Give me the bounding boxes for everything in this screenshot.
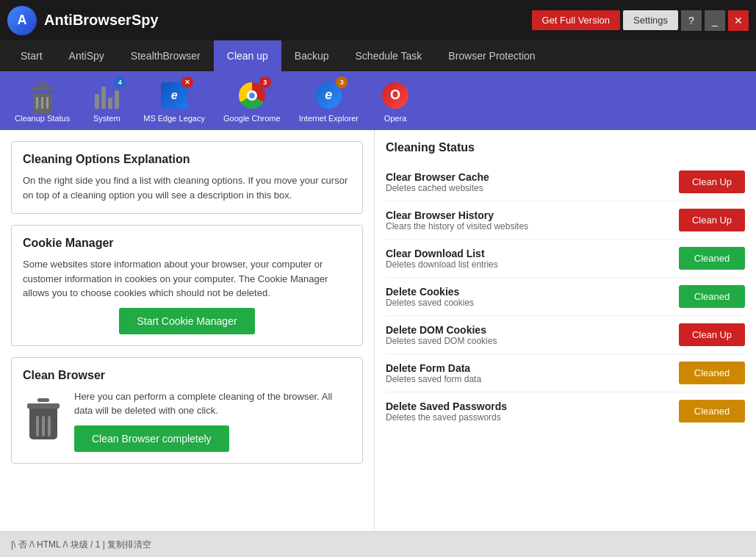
chrome-label: Google Chrome [223,114,281,123]
chart-bar [95,94,99,109]
big-trash-lid [27,403,60,409]
ie-badge: 3 [336,76,348,88]
toolbar-ie[interactable]: e 3 Internet Explorer [292,76,366,126]
chrome-badge: 3 [259,76,271,88]
trash-icon [29,82,56,109]
downloads-info: Clear Download List Deletes download lis… [386,248,498,270]
passwords-title: Delete Saved Passwords [386,400,507,412]
chrome-center [247,90,257,101]
edge-icon-wrap: e ✕ [158,79,190,112]
big-trash-body [29,409,57,439]
dom-cookies-info: Delete DOM Cookies Deletes saved DOM coo… [386,324,497,346]
big-trash-line [36,416,39,436]
nav-antispy[interactable]: AntiSpy [56,40,118,71]
big-trash-line [42,416,45,436]
clean-browser-info: Here you can perform a complete cleaning… [74,389,351,452]
dom-cookies-cleanup-button[interactable]: Clean Up [679,323,745,346]
chart-bar [108,98,112,109]
cleanup-status-icon-wrap [26,79,59,112]
nav-protection[interactable]: Browser Protection [435,40,548,71]
nav-start[interactable]: Start [7,40,56,71]
cleanup-status-label: Cleanup Status [15,114,70,123]
toolbar-google-chrome[interactable]: 3 Google Chrome [216,76,288,126]
explanation-title: Cleaning Options Explanation [23,153,351,166]
cleaning-row-dom-cookies: Delete DOM Cookies Deletes saved DOM coo… [386,316,745,354]
cookies-title: Delete Cookies [386,286,474,298]
system-icon-wrap: 4 [90,79,123,112]
chart-bar [101,87,106,109]
cleaning-row-passwords: Delete Saved Passwords Deletes the saved… [386,392,745,430]
cleaning-status-title: Cleaning Status [386,141,745,154]
form-data-cleaned-button[interactable]: Cleaned [679,362,745,384]
cache-cleanup-button[interactable]: Clean Up [679,170,745,193]
passwords-desc: Deletes the saved passwords [386,412,507,423]
explanation-box: Cleaning Options Explanation On the righ… [11,141,363,214]
cookies-cleaned-button[interactable]: Cleaned [679,285,745,308]
toolbar-ms-edge[interactable]: e ✕ MS Edge Legacy [136,76,212,126]
nav-schedule[interactable]: Schedule Task [342,40,436,71]
cache-title: Clear Browser Cache [386,171,489,183]
trash-body [33,93,52,114]
edge-label: MS Edge Legacy [143,114,205,123]
history-cleanup-button[interactable]: Clean Up [679,209,745,231]
trash-line [36,97,38,109]
edge-badge: ✕ [181,76,193,88]
history-desc: Clears the history of visited websites [386,221,528,231]
help-button[interactable]: ? [681,10,702,31]
big-trash-icon [23,398,63,442]
cache-info: Clear Browser Cache Deletes cached websi… [386,171,489,193]
trash-lines [33,93,52,109]
right-panel: Cleaning Status Clear Browser Cache Dele… [375,130,756,531]
opera-icon-wrap: O [379,79,411,112]
big-trash-handle [37,398,49,402]
chart-bar [115,90,119,109]
clean-browser-text: Here you can perform a complete cleaning… [74,389,351,418]
downloads-cleaned-button[interactable]: Cleaned [679,247,745,270]
cookies-info: Delete Cookies Deletes saved cookies [386,286,474,308]
cookies-desc: Deletes saved cookies [386,298,474,308]
main-content: Cleaning Options Explanation On the righ… [0,130,756,531]
downloads-title: Clear Download List [386,248,498,259]
cleaning-row-cache: Clear Browser Cache Deletes cached websi… [386,163,745,201]
nav-backup[interactable]: Backup [281,40,342,71]
app-title: AntiBrowserSpy [44,12,532,29]
system-badge: 4 [114,76,126,88]
form-data-title: Delete Form Data [386,362,481,374]
toolbar-opera[interactable]: O Opera [370,76,421,126]
downloads-desc: Deletes download list entries [386,259,498,270]
start-cookie-manager-button[interactable]: Start Cookie Manager [119,308,254,334]
app-logo: A [7,6,37,35]
cleaning-row-history: Clear Browser History Clears the history… [386,201,745,240]
cookie-manager-text: Some websites store information about yo… [23,257,351,301]
nav-cleanup[interactable]: Clean up [214,40,281,71]
status-text: |\ 否 /\ HTML /\ 块级 / 1 | 复制排清空 [11,539,151,551]
cookie-manager-title: Cookie Manager [23,237,351,250]
passwords-cleaned-button[interactable]: Cleaned [679,400,745,423]
nav-stealth[interactable]: StealthBrowser [118,40,214,71]
titlebar: A AntiBrowserSpy Get Full Version Settin… [0,0,756,40]
system-label: System [93,114,120,123]
cleaning-row-form-data: Delete Form Data Deletes saved form data… [386,354,745,392]
trash-line [46,97,48,109]
close-button[interactable]: ✕ [728,10,749,31]
navbar: Start AntiSpy StealthBrowser Clean up Ba… [0,40,756,71]
statusbar: |\ 否 /\ HTML /\ 块级 / 1 | 复制排清空 [0,531,756,557]
clean-browser-box: Clean Browser Here you can perform a com… [11,357,363,464]
cookie-manager-box: Cookie Manager Some websites store infor… [11,225,363,346]
dom-cookies-title: Delete DOM Cookies [386,324,497,336]
trash-handle [38,82,47,85]
form-data-info: Delete Form Data Deletes saved form data [386,362,481,384]
dom-cookies-desc: Deletes saved DOM cookies [386,336,497,346]
browser-toolbar: Cleanup Status 4 System e ✕ MS Edge Lega… [0,71,756,130]
toolbar-cleanup-status[interactable]: Cleanup Status [7,76,77,126]
fullversion-button[interactable]: Get Full Version [532,10,621,30]
passwords-info: Delete Saved Passwords Deletes the saved… [386,400,507,423]
explanation-text: On the right side you find a list with c… [23,173,351,202]
chrome-icon-wrap: 3 [236,79,268,112]
minimize-button[interactable]: _ [705,10,725,31]
toolbar-system[interactable]: 4 System [81,76,132,126]
settings-button[interactable]: Settings [623,10,678,30]
clean-browser-button[interactable]: Clean Browser completely [74,425,229,452]
clean-browser-section: Here you can perform a complete cleaning… [23,389,351,452]
big-trash-line [48,416,51,436]
